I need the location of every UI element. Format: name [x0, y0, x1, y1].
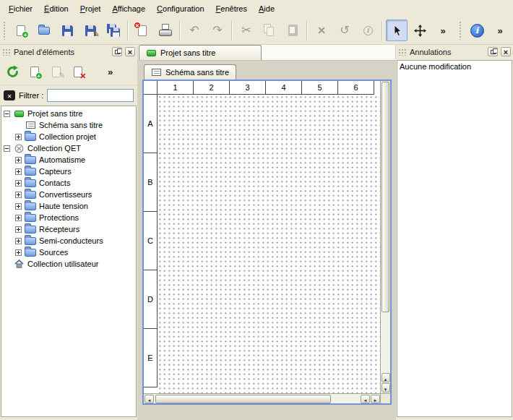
tree-item-recepteurs[interactable]: Récepteurs: [1, 223, 136, 235]
about-button[interactable]: i: [466, 20, 488, 41]
folder-icon: [25, 213, 36, 223]
new-element-button[interactable]: +: [25, 62, 44, 82]
tree-item-semi-conducteurs[interactable]: Semi-conducteurs: [1, 235, 136, 247]
overflow-chevron-icon: »: [103, 64, 118, 79]
scroll-left-button-2[interactable]: [361, 395, 370, 403]
project-icon: [13, 109, 25, 119]
expand-icon[interactable]: [15, 180, 22, 187]
ruler-column-1: 1: [158, 81, 194, 95]
elements-tree[interactable]: Projet sans titreSchéma sans titreCollec…: [1, 106, 137, 417]
scroll-up-button[interactable]: [381, 373, 390, 382]
tree-item-automatisme[interactable]: Automatisme: [1, 154, 136, 166]
elements-panel-title: Panel d'éléments: [14, 48, 74, 56]
clear-filter-icon: [7, 91, 12, 100]
open-file-button[interactable]: [33, 20, 55, 41]
ruler-column-3: 3: [230, 81, 266, 95]
move-tool-icon: [413, 23, 427, 38]
reload-collections-button[interactable]: [3, 62, 22, 82]
undo-history-list[interactable]: Aucune modification: [397, 60, 512, 417]
vertical-scrollbar-thumb[interactable]: [381, 82, 389, 312]
clear-filter-button[interactable]: [4, 90, 15, 100]
dock-handle-icon[interactable]: [398, 48, 407, 56]
menu-fichier[interactable]: Fichier: [3, 2, 38, 15]
expand-icon[interactable]: [15, 226, 22, 233]
filter-input[interactable]: [47, 89, 134, 102]
expand-icon[interactable]: [15, 192, 22, 198]
move-tool-button[interactable]: [409, 20, 431, 41]
tree-item-haute-tension[interactable]: Haute tension: [1, 200, 136, 212]
dock-handle-icon[interactable]: [2, 48, 11, 56]
tree-item-collection-utilisateur[interactable]: Collection utilisateur: [1, 258, 136, 270]
scroll-right-button[interactable]: [371, 395, 380, 403]
save-as-button[interactable]: ✎: [79, 20, 101, 41]
vertical-scrollbar-track[interactable]: [381, 81, 390, 373]
vertical-scrollbar[interactable]: [380, 81, 390, 393]
tab-project[interactable]: Projet sans titre: [139, 45, 262, 60]
horizontal-scrollbar[interactable]: [144, 393, 380, 403]
expand-icon[interactable]: [15, 134, 22, 140]
menu-affichage[interactable]: Affichage: [106, 2, 151, 15]
scroll-down-button[interactable]: [381, 383, 390, 393]
expand-icon[interactable]: [15, 238, 22, 244]
save-button[interactable]: [56, 20, 78, 41]
ruler-row-a: A: [144, 95, 158, 153]
tree-item-label: Sources: [39, 248, 68, 257]
tree-item-label: Convertisseurs: [39, 190, 92, 199]
close-undo-panel-button[interactable]: [501, 47, 511, 56]
delete-element-button[interactable]: ✕: [68, 62, 87, 82]
expand-icon[interactable]: [15, 249, 22, 256]
panel-overflow-button[interactable]: »: [100, 62, 120, 82]
expand-icon[interactable]: [15, 215, 22, 221]
tree-item-collection-projet[interactable]: Collection projet: [1, 131, 136, 142]
filter-row: Filtrer :: [0, 85, 137, 105]
toolbar-overflow-button[interactable]: »: [432, 20, 454, 41]
horizontal-scrollbar-track[interactable]: [155, 395, 359, 403]
toolbar-separator: [179, 21, 181, 40]
toolbar-handle-icon[interactable]: [3, 21, 7, 40]
menu-configuration[interactable]: Configuration: [151, 2, 210, 15]
collapse-icon[interactable]: [4, 111, 10, 117]
tree-item-projet-sans-titre[interactable]: Projet sans titre: [1, 108, 136, 119]
help-overflow-button[interactable]: »: [489, 20, 511, 41]
tree-item-capteurs[interactable]: Capteurs: [1, 166, 136, 177]
tree-item-convertisseurs[interactable]: Convertisseurs: [1, 189, 136, 200]
float-undo-panel-button[interactable]: [488, 47, 498, 56]
reload-icon: [6, 64, 20, 79]
save-all-button[interactable]: [103, 20, 124, 41]
expand-icon[interactable]: [15, 203, 22, 210]
close-file-button[interactable]: ✕: [132, 20, 153, 41]
menu-aide[interactable]: Aide: [253, 2, 280, 15]
scroll-left-button[interactable]: [145, 395, 154, 403]
undo-icon: ↶: [187, 23, 202, 38]
undo-panel-title: Annulations: [410, 48, 452, 56]
select-tool-button[interactable]: [386, 20, 408, 41]
horizontal-scrollbar-thumb[interactable]: [155, 395, 331, 403]
ruler-row-c: C: [144, 212, 158, 270]
tree-item-label: Protections: [39, 213, 79, 222]
tree-item-sources[interactable]: Sources: [1, 247, 136, 258]
print-button[interactable]: [155, 20, 176, 41]
menu-edition[interactable]: Édition: [38, 2, 74, 15]
expand-icon[interactable]: [15, 168, 22, 175]
toolbar-handle-icon[interactable]: [459, 21, 462, 40]
paste-icon: [285, 23, 300, 38]
collapse-icon[interactable]: [4, 145, 10, 152]
ruler-column-5: 5: [302, 81, 338, 95]
tree-item-schema-sans-titre[interactable]: Schéma sans titre: [1, 119, 136, 131]
tree-item-contacts[interactable]: Contacts: [1, 177, 136, 189]
undo-panel: Annulations Aucune modification: [395, 45, 513, 420]
close-file-icon: ✕: [135, 23, 150, 38]
menu-fenetres[interactable]: Fenêtres: [210, 2, 253, 15]
menu-projet[interactable]: Projet: [74, 2, 107, 15]
tree-item-collection-qet[interactable]: Collection QET: [1, 142, 136, 154]
redo-button: ↷: [207, 20, 228, 41]
float-panel-button[interactable]: [112, 47, 122, 56]
new-file-button[interactable]: +: [10, 20, 32, 41]
element-info-icon: i: [361, 23, 375, 38]
tab-schema[interactable]: Schéma sans titre: [144, 64, 236, 80]
expand-icon[interactable]: [15, 157, 22, 163]
schema-canvas[interactable]: 123456 ABCDE: [144, 81, 380, 393]
close-panel-button[interactable]: [125, 47, 135, 56]
tree-item-label: Collection projet: [39, 132, 96, 141]
tree-item-protections[interactable]: Protections: [1, 212, 136, 223]
